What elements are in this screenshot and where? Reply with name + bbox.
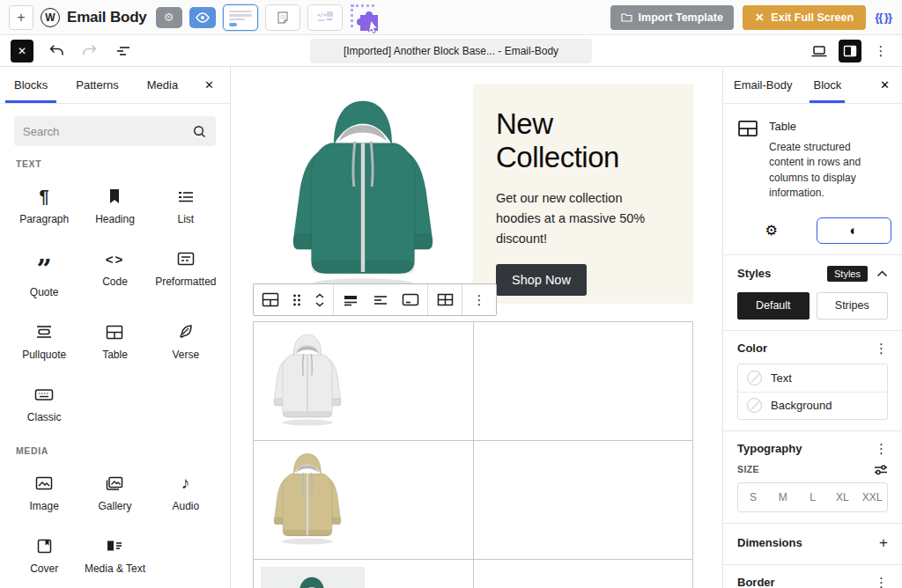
table-block[interactable] — [253, 321, 693, 588]
table-cell-image[interactable] — [254, 322, 474, 440]
text-align-button[interactable] — [366, 284, 396, 315]
image-icon — [35, 473, 53, 494]
integration-puzzle-button[interactable] — [350, 4, 380, 32]
hero-image[interactable] — [253, 85, 473, 304]
table-cell-image[interactable] — [254, 441, 474, 559]
paragraph-icon: ¶ — [40, 186, 49, 207]
template-thumbnail-code[interactable]: </> — [307, 4, 343, 31]
block-audio[interactable]: ♪ Audio — [151, 459, 221, 522]
caption-button[interactable] — [396, 284, 425, 315]
table-cell-empty[interactable] — [474, 560, 692, 588]
more-options-button[interactable]: ⋮ — [870, 40, 891, 62]
styles-mode-tab[interactable]: ◐ — [817, 217, 892, 244]
size-xl-button[interactable]: XL — [827, 491, 857, 503]
exit-full-screen-button[interactable]: ✕ Exit Full Screen — [743, 5, 866, 30]
tab-email-body[interactable]: Email-Body — [723, 67, 802, 103]
tab-patterns[interactable]: Patterns — [62, 67, 132, 103]
settings-mode-tab[interactable]: ⚙ — [734, 217, 810, 244]
styles-panel: Styles Styles Default Stripes — [723, 255, 902, 330]
list-view-button[interactable] — [113, 40, 134, 62]
block-media-text[interactable]: Media & Text — [79, 522, 150, 584]
code-braces-toggle[interactable]: {{ }} — [875, 11, 891, 24]
chevron-up-icon[interactable] — [876, 270, 888, 277]
editor-canvas[interactable]: New Collection Get our new collection ho… — [231, 67, 722, 588]
table-icon — [737, 120, 758, 137]
hero-heading[interactable]: New Collection — [496, 107, 670, 174]
settings-panel-toggle-button[interactable] — [839, 40, 861, 62]
block-preformatted[interactable]: Preformatted — [151, 235, 221, 308]
add-block-button[interactable]: + — [9, 5, 33, 30]
move-up-down-button[interactable] — [308, 284, 331, 315]
block-image[interactable]: Image — [9, 459, 79, 522]
background-color-row[interactable]: Background — [738, 392, 887, 419]
code-icon: <> — [106, 248, 125, 269]
audio-note-icon: ♪ — [181, 473, 190, 494]
typography-options-kebab-icon[interactable]: ⋮ — [875, 442, 888, 455]
drag-handle[interactable] — [285, 284, 308, 315]
redo-button[interactable] — [79, 40, 100, 62]
shop-now-button[interactable]: Shop Now — [496, 264, 587, 296]
document-title-bar[interactable]: [Imported] Another Block Base... - Email… — [310, 39, 592, 63]
close-editor-button[interactable]: ✕ — [11, 40, 33, 62]
search-input[interactable] — [23, 125, 192, 138]
close-inserter-button[interactable]: ✕ — [197, 67, 221, 103]
style-default-button[interactable]: Default — [737, 292, 810, 320]
border-options-kebab-icon[interactable]: ⋮ — [875, 576, 888, 588]
tab-blocks[interactable]: Blocks — [0, 67, 62, 103]
media-text-icon — [106, 535, 123, 556]
undo-button[interactable] — [46, 40, 67, 62]
block-code[interactable]: <> Code — [79, 235, 150, 308]
tab-block[interactable]: Block — [802, 67, 852, 103]
style-stripes-button[interactable]: Stripes — [817, 292, 889, 320]
eye-icon — [196, 12, 210, 23]
block-list[interactable]: List — [151, 173, 221, 235]
kebab-icon: ⋮ — [473, 293, 486, 306]
block-classic[interactable]: Classic — [9, 371, 79, 433]
table-cell-empty[interactable] — [474, 441, 692, 559]
redo-icon — [81, 43, 99, 59]
dimensions-panel-title: Dimensions — [737, 536, 802, 549]
settings-gear-button[interactable]: ⚙ — [156, 7, 182, 28]
preview-eye-button[interactable] — [189, 7, 216, 28]
pullquote-icon — [35, 321, 53, 342]
block-heading[interactable]: Heading — [79, 173, 150, 235]
hero-block[interactable]: New Collection Get our new collection ho… — [253, 85, 693, 304]
template-thumbnail-document[interactable] — [265, 4, 300, 31]
close-settings-button[interactable]: ✕ — [868, 67, 902, 103]
media-blocks-grid: Image Gallery ♪ Audio Cover Media & Text — [0, 456, 230, 584]
top-bar: + W Email Body ⚙ </> — [0, 0, 902, 35]
hero-text-panel[interactable]: New Collection Get our new collection ho… — [473, 85, 693, 304]
section-label-media: MEDIA — [16, 445, 214, 456]
plus-icon[interactable]: + — [879, 534, 888, 552]
hero-paragraph[interactable]: Get our new collection hoodies at a mass… — [496, 188, 670, 250]
preview-device-button[interactable] — [809, 40, 830, 62]
table-cell-image[interactable] — [254, 560, 474, 588]
tab-media[interactable]: Media — [133, 67, 192, 103]
size-m-button[interactable]: M — [768, 491, 798, 503]
block-paragraph[interactable]: ¶ Paragraph — [9, 173, 79, 235]
block-cover[interactable]: Cover — [9, 522, 79, 584]
import-template-button[interactable]: Import Template — [610, 5, 734, 30]
block-verse[interactable]: Verse — [151, 308, 221, 371]
text-color-label: Text — [771, 371, 792, 385]
table-cell-empty[interactable] — [474, 322, 692, 440]
block-pullquote[interactable]: Pullquote — [9, 308, 79, 371]
color-options-kebab-icon[interactable]: ⋮ — [875, 342, 888, 355]
list-view-icon — [115, 44, 132, 58]
size-l-button[interactable]: L — [798, 491, 828, 503]
settings-styles-toggle: ⚙ ◐ — [723, 210, 902, 254]
block-quote[interactable]: ” Quote — [9, 235, 79, 308]
table-block-type-button[interactable] — [255, 284, 285, 315]
align-button[interactable] — [336, 284, 366, 315]
block-options-button[interactable]: ⋮ — [464, 284, 494, 315]
block-gallery[interactable]: Gallery — [79, 459, 150, 522]
edit-table-button[interactable] — [430, 284, 460, 315]
template-preview-lines — [229, 9, 252, 26]
template-thumbnail-selected[interactable] — [223, 4, 258, 31]
text-color-row[interactable]: Text — [738, 364, 887, 392]
size-s-button[interactable]: S — [738, 491, 768, 503]
list-icon — [177, 186, 195, 207]
size-settings-icon[interactable] — [874, 464, 888, 475]
block-table[interactable]: Table — [79, 308, 150, 371]
size-xxl-button[interactable]: XXL — [857, 491, 887, 503]
